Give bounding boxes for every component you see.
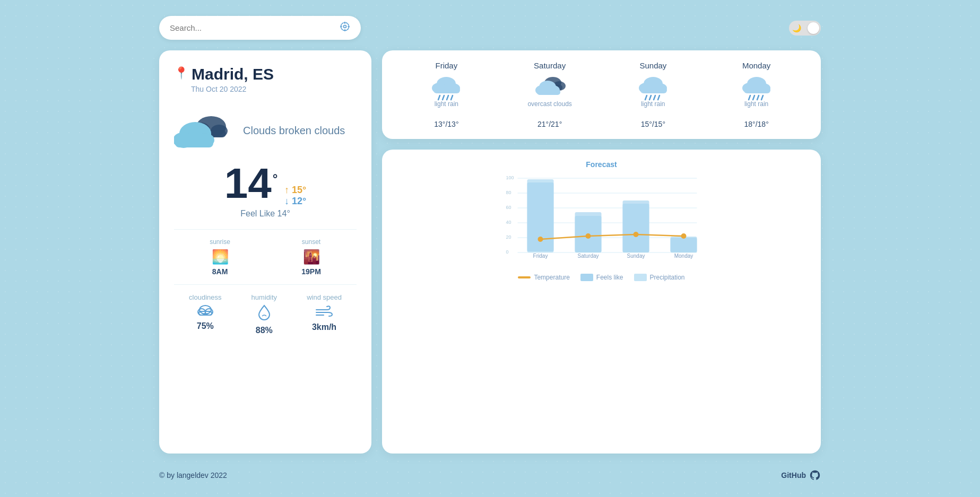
legend-temp-color [518, 276, 531, 278]
pin-icon: 📍 [174, 66, 188, 80]
legend-temp-label: Temperature [534, 274, 569, 281]
legend-precip-color [634, 274, 647, 281]
sunday-label: Sunday [602, 61, 705, 70]
github-label: GitHub [781, 471, 806, 479]
svg-line-20 [447, 95, 448, 100]
forecast-days: Friday [395, 61, 808, 128]
svg-rect-28 [537, 89, 560, 95]
svg-point-66 [586, 233, 591, 239]
sunrise-item: sunrise 🌅 8AM [210, 238, 230, 276]
svg-rect-40 [744, 87, 770, 93]
svg-text:0: 0 [506, 249, 509, 255]
toggle-knob [808, 22, 819, 34]
sunset-label: sunset [301, 238, 321, 246]
svg-text:Friday: Friday [533, 253, 548, 259]
temp-high: ↑ 15° [284, 185, 306, 196]
monday-label: Monday [705, 61, 808, 70]
legend-precip-label: Precipitation [650, 274, 685, 281]
friday-label: Friday [395, 61, 498, 70]
sun-section: sunrise 🌅 8AM sunset 🌇 19PM [174, 229, 357, 285]
friday-temps: 13°/13° [395, 120, 498, 128]
monday-temps: 18°/18° [705, 120, 808, 128]
copyright: © by langeldev 2022 [159, 471, 227, 479]
header: 🌙 [159, 11, 821, 40]
svg-line-44 [761, 95, 763, 100]
svg-line-35 [654, 95, 655, 100]
sunrise-label: sunrise [210, 238, 230, 246]
svg-line-18 [438, 95, 440, 100]
saturday-condition: overcast clouds [498, 100, 602, 116]
svg-rect-64 [671, 238, 697, 252]
svg-rect-62 [575, 212, 602, 252]
weather-main: Clouds broken clouds [174, 104, 357, 157]
svg-text:Monday: Monday [674, 253, 693, 259]
forecast-day-friday: Friday [395, 61, 498, 128]
sunday-condition: light rain [602, 100, 705, 116]
search-input[interactable] [170, 23, 340, 32]
svg-line-19 [443, 95, 444, 100]
legend-feels-label: Feels like [596, 274, 623, 281]
saturday-temps: 21°/21° [498, 120, 602, 128]
chart-title: Forecast [395, 160, 808, 169]
sunrise-time: 8AM [210, 267, 230, 276]
svg-line-33 [645, 95, 647, 100]
sunset-icon: 🌇 [301, 249, 321, 265]
svg-line-43 [757, 95, 759, 100]
wind-label: wind speed [307, 293, 342, 301]
chart-container: 100 80 60 40 20 0 [395, 174, 808, 269]
svg-line-41 [749, 95, 750, 100]
svg-point-68 [681, 233, 687, 239]
svg-rect-17 [433, 87, 460, 93]
humidity-label: humidity [251, 293, 277, 301]
svg-point-67 [634, 232, 639, 237]
cloudiness-stat: cloudiness 75% [189, 293, 221, 331]
humidity-stat: humidity 88% [251, 293, 277, 335]
svg-text:Saturday: Saturday [577, 253, 599, 259]
humidity-value: 88% [251, 326, 277, 335]
sunset-time: 19PM [301, 267, 321, 276]
temp-range: ↑ 15° ↓ 12° [284, 185, 306, 207]
theme-toggle[interactable]: 🌙 [789, 21, 821, 36]
moon-icon: 🌙 [792, 24, 801, 32]
saturday-label: Saturday [498, 61, 602, 70]
svg-text:40: 40 [506, 220, 511, 225]
svg-text:60: 60 [506, 205, 511, 210]
temp-degree: ° [273, 171, 278, 186]
wind-stat: wind speed 3km/h [307, 293, 342, 332]
city-name: Madrid, ES [192, 65, 274, 83]
legend-feels-color [580, 274, 593, 281]
temp-low: ↓ 12° [284, 196, 306, 207]
forecast-day-sunday: Sunday [602, 61, 705, 128]
footer: © by langeldev 2022 GitHub [159, 454, 821, 486]
main-content: 📍 Madrid, ES Thu Oct 20 2022 [159, 50, 821, 454]
svg-rect-32 [640, 87, 667, 93]
stats-section: cloudiness 75% humidity [174, 293, 357, 335]
monday-condition: light rain [705, 100, 808, 116]
svg-line-36 [658, 95, 660, 100]
svg-text:80: 80 [506, 190, 511, 195]
cloudiness-label: cloudiness [189, 293, 221, 301]
svg-point-65 [538, 237, 543, 242]
location-icon[interactable] [340, 21, 350, 34]
wind-icon [307, 304, 342, 320]
svg-rect-63 [623, 200, 649, 252]
cloudiness-value: 75% [189, 321, 221, 331]
current-weather-card: 📍 Madrid, ES Thu Oct 20 2022 [159, 50, 371, 454]
svg-text:100: 100 [506, 175, 514, 180]
monday-icon [741, 75, 773, 100]
chart-card: Forecast 100 80 60 40 20 0 [382, 150, 821, 454]
legend-precipitation: Precipitation [634, 274, 685, 281]
github-link[interactable]: GitHub [781, 469, 821, 481]
temperature-section: 14° ↑ 15° ↓ 12° Feel Like 14° [174, 162, 357, 219]
github-icon [809, 469, 821, 481]
friday-icon [430, 75, 462, 100]
sunday-temps: 15°/15° [602, 120, 705, 128]
city-header: 📍 Madrid, ES [174, 65, 357, 83]
svg-text:20: 20 [506, 234, 511, 240]
forecast-day-monday: Monday [705, 61, 808, 128]
svg-line-42 [753, 95, 754, 100]
humidity-icon [251, 304, 277, 324]
forecast-day-saturday: Saturday [498, 61, 602, 128]
cloud-stat-icon [189, 304, 221, 319]
legend-temperature: Temperature [518, 274, 569, 281]
